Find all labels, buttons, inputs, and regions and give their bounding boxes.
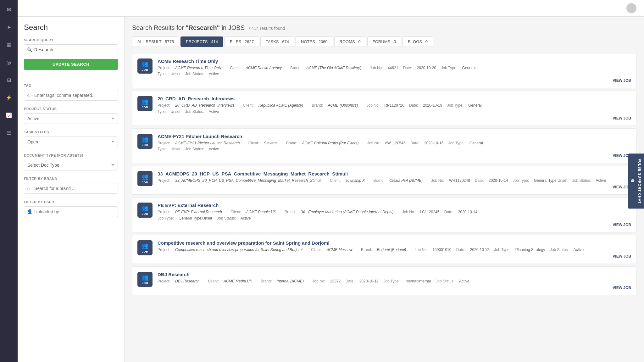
topbar [18, 0, 644, 17]
card-content: ACME-FY21 Pitcher Launch Research Projec… [158, 134, 631, 158]
filter-brand-wrapper: ⌂ [24, 183, 118, 194]
view-job-link[interactable]: VIEW JOB [158, 78, 631, 83]
tag-label: TAG [24, 84, 118, 87]
avatar-people-icon: 👥 [142, 136, 148, 143]
card-meta-2: Type:Unset Job Status: Active [158, 109, 631, 115]
sidebar-icon-mail[interactable]: ✉ [3, 4, 14, 15]
avatar-people-icon: 👥 [142, 61, 148, 68]
doc-type-select[interactable]: Select Doc Type [24, 160, 118, 170]
card-meta: Project: 33_ACMEOPS_20_HCP_US_PSA_Compet… [158, 178, 631, 184]
page-title: Search [24, 23, 118, 32]
view-job-link[interactable]: VIEW JOB [158, 223, 631, 227]
result-card: 👥 JOB ACME-FY21 Pitcher Launch Research … [132, 128, 636, 163]
job-avatar: 👥 JOB [137, 240, 153, 255]
tag-icon: 🏷 [27, 93, 31, 98]
job-avatar: 👥 JOB [137, 272, 153, 287]
tab-blogs[interactable]: BLOGS 0 [402, 36, 433, 47]
search-query-section: SEARCH QUERY 🔍 UPDATE SEARCH [24, 38, 118, 77]
card-title: DBJ Research [158, 272, 631, 277]
sidebar: ✉ ➤ ▦ ◎ ⊞ ⚡ 📈 ☰ [0, 0, 18, 362]
main-content: Search SEARCH QUERY 🔍 UPDATE SEARCH TAG … [18, 0, 644, 362]
filter-brand-input[interactable] [24, 183, 118, 194]
job-avatar: 👥 JOB [137, 58, 153, 74]
avatar-people-icon: 👥 [142, 173, 148, 180]
tab-forums[interactable]: FORUMS 0 [367, 36, 401, 47]
chat-bubble-icon: 💬 [630, 179, 635, 183]
filter-brand-label: FILTER BY BRAND [24, 177, 118, 181]
view-job-link[interactable]: VIEW JOB [158, 116, 631, 120]
tab-tasks[interactable]: TASKS 674 [260, 36, 294, 47]
avatar-people-icon: 👥 [142, 274, 148, 281]
task-status-section: TASK STATUS Open Closed All [24, 130, 118, 147]
sidebar-icon-rocket[interactable]: ⚡ [3, 92, 14, 103]
search-term: "Research" [186, 24, 220, 31]
tab-rooms[interactable]: ROOMS 0 [334, 36, 366, 47]
pulse-support-chat[interactable]: PULSE SUPPORT CHAT 💬 [628, 153, 644, 209]
view-job-link[interactable]: VIEW JOB [158, 185, 631, 189]
tab-files[interactable]: FILES 2627 [225, 36, 259, 47]
view-job-link[interactable]: VIEW JOB [158, 153, 631, 158]
tab-all-result[interactable]: ALL RESULT 5775 [132, 36, 179, 47]
sidebar-icon-chart[interactable]: 📈 [3, 109, 14, 121]
brand-icon: ⌂ [27, 186, 30, 191]
card-content: DBJ Research Project: DBJ Research Clien… [158, 272, 631, 290]
result-card: 👥 JOB ACME Research Time Only Project: A… [132, 53, 636, 88]
card-content: 20_CRD_AD_Research_Interviews Project: 2… [158, 96, 631, 120]
view-job-link[interactable]: VIEW JOB [158, 254, 631, 259]
job-avatar: 👥 JOB [137, 203, 153, 218]
task-status-select[interactable]: Open Closed All [24, 136, 118, 147]
search-input[interactable] [24, 44, 118, 55]
update-search-button[interactable]: UPDATE SEARCH [24, 59, 118, 70]
job-avatar: 👥 JOB [137, 96, 153, 111]
user-avatar[interactable] [626, 3, 636, 13]
result-card: 👥 JOB 20_CRD_AD_Research_Interviews Proj… [132, 91, 636, 125]
right-panel: Search Results for "Research" in JOBS / … [125, 17, 644, 362]
tab-notes[interactable]: NOTES 2060 [296, 36, 333, 47]
left-panel: Search SEARCH QUERY 🔍 UPDATE SEARCH TAG … [18, 17, 125, 362]
card-content: PE EVP: External Research Project: PE EV… [158, 203, 631, 227]
card-title: 20_CRD_AD_Research_Interviews [158, 96, 631, 101]
search-query-label: SEARCH QUERY [24, 38, 118, 42]
sidebar-icon-list[interactable]: ☰ [3, 127, 14, 138]
filter-brand-section: FILTER BY BRAND ⌂ [24, 177, 118, 194]
card-content: 33_ACMEOPS_20_HCP_US_PSA_Competitive_Mes… [158, 171, 631, 189]
user-icon: 👤 [27, 209, 32, 214]
results-list: 👥 JOB ACME Research Time Only Project: A… [132, 53, 636, 295]
page: Search SEARCH QUERY 🔍 UPDATE SEARCH TAG … [18, 17, 644, 362]
sidebar-icon-calendar[interactable]: ▦ [3, 39, 14, 50]
results-header-text: Search Results for [132, 24, 186, 31]
search-input-wrapper: 🔍 [24, 44, 118, 55]
result-card: 👥 JOB PE EVP: External Research Project:… [132, 197, 636, 232]
sidebar-icon-circle[interactable]: ◎ [3, 57, 14, 68]
tag-section: TAG 🏷 [24, 84, 118, 101]
job-avatar: 👥 JOB [137, 134, 153, 149]
view-job-link[interactable]: VIEW JOB [158, 286, 631, 290]
project-status-section: PROJECT STATUS Active Inactive All [24, 107, 118, 124]
card-meta: Project: PE EVP: External Research Clien… [158, 209, 631, 215]
card-title: ACME Research Time Only [158, 58, 631, 64]
tab-projects[interactable]: PROJECTS 414 [180, 36, 223, 47]
tag-input-wrapper: 🏷 [24, 90, 118, 101]
card-meta: Project: DBJ Research Client: ACME Media… [158, 278, 631, 284]
avatar-people-icon: 👥 [142, 205, 148, 212]
project-status-select[interactable]: Active Inactive All [24, 113, 118, 124]
pulse-chat-label: PULSE SUPPORT CHAT [638, 159, 641, 204]
card-meta-2: Type:Unset Job Status: Active [158, 146, 631, 152]
result-card: 👥 JOB DBJ Research Project: DBJ Research… [132, 266, 636, 295]
project-status-label: PROJECT STATUS [24, 107, 118, 111]
card-meta: Project: 20_CRD_AD_Research_Interviews C… [158, 103, 631, 109]
card-content: ACME Research Time Only Project: ACME Re… [158, 58, 631, 83]
sidebar-icon-image[interactable]: ⊞ [3, 74, 14, 86]
filter-user-label: FILTER BY USER [24, 200, 118, 204]
result-card: 👥 JOB 33_ACMEOPS_20_HCP_US_PSA_Competiti… [132, 166, 636, 195]
card-content: Competitive research and overview prepar… [158, 240, 631, 259]
task-status-label: TASK STATUS [24, 130, 118, 134]
search-icon: 🔍 [27, 47, 32, 52]
filter-user-input[interactable] [24, 206, 118, 217]
sidebar-icon-send[interactable]: ➤ [3, 21, 14, 33]
card-meta-2: Job Type: General Type:Unset Job Status:… [158, 215, 631, 221]
card-title: Competitive research and overview prepar… [158, 240, 631, 246]
tag-input[interactable] [24, 90, 118, 101]
card-meta: Project: Competitive research and overvi… [158, 247, 631, 253]
tabs-container: ALL RESULT 5775 PROJECTS 414 FILES 2627 … [132, 36, 636, 47]
